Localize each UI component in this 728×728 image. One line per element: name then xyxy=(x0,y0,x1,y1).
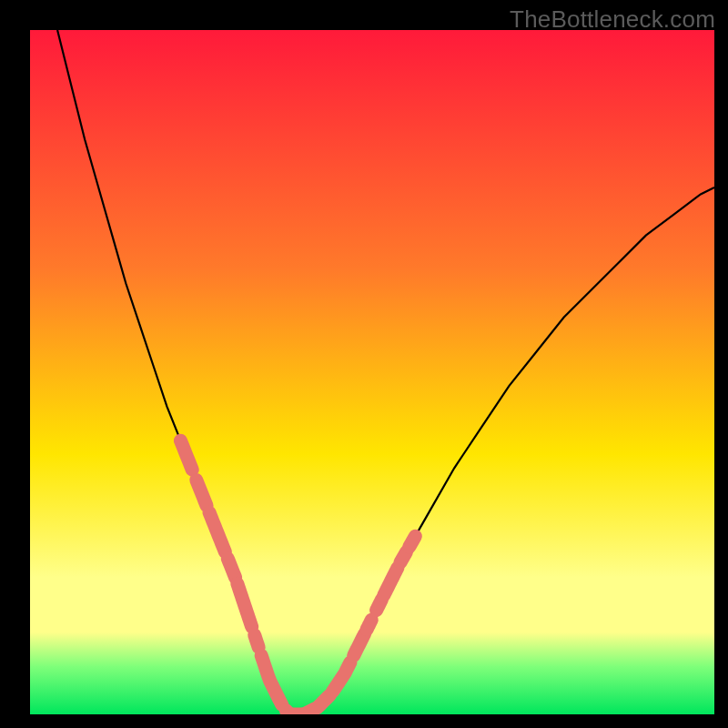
dash-segment xyxy=(410,536,416,547)
dash-segment xyxy=(367,620,371,630)
chart-frame: TheBottleneck.com xyxy=(0,0,728,728)
dash-segment xyxy=(400,551,407,562)
dash-segment xyxy=(255,635,259,648)
bottleneck-chart xyxy=(30,30,714,714)
dash-segment xyxy=(228,559,235,578)
watermark-text: TheBottleneck.com xyxy=(510,5,715,34)
dash-segment xyxy=(197,480,207,505)
